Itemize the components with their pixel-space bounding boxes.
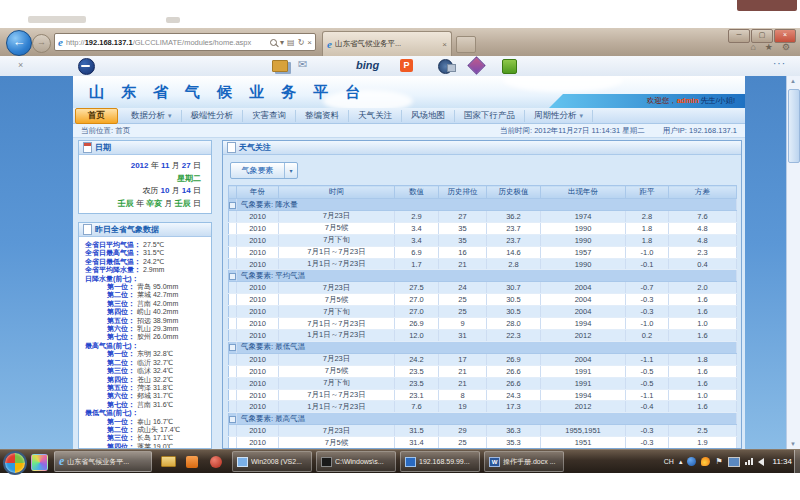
chevron-down-icon[interactable]: ▾ [284,163,297,178]
element-selector-button[interactable]: 气象要素 ▾ [230,162,298,179]
task-window-button[interactable]: 192.168.59.99... [400,451,480,472]
tray-monitor-icon[interactable] [728,457,740,467]
address-bar[interactable]: e http://192.168.137.1/GLCCLIMATE/module… [54,33,316,51]
puzzle-addon-icon[interactable] [502,59,517,74]
camera-icon[interactable] [438,59,453,74]
table-row[interactable]: 20101月1日～7月23日1.7212.81990-0.10.4 [229,258,737,270]
url-text[interactable]: http://192.168.137.1/GLCCLIMATE/modules/… [66,38,266,47]
nav-item[interactable]: 灾害查询 [243,110,296,122]
addon-icon[interactable] [78,58,95,75]
browser-tab[interactable]: e 山东省气候业务平... × [322,31,452,56]
scroll-thumb[interactable] [788,89,800,163]
tray-circle-icon[interactable] [687,457,696,466]
nav-item[interactable]: 国家下行产品 [455,110,525,122]
table-row[interactable]: 20107月下旬27.02530.52004-0.31.6 [229,306,737,318]
search-icon[interactable] [270,39,277,46]
show-desktop-button[interactable] [794,450,800,473]
table-row[interactable]: 20107月23日2.92736.219742.87.6 [229,211,737,223]
p-badge-icon[interactable]: P [400,59,413,72]
tray-language-indicator[interactable]: CH [664,458,674,465]
network-icon[interactable] [745,458,753,465]
folder-task-icon[interactable] [158,452,178,471]
group-row[interactable]: 气象要素: 最低气温 [229,341,737,353]
tray-hidden-icons-caret[interactable]: ▴ [679,458,683,466]
tools-gear-icon[interactable]: ⚙ [782,42,790,52]
table-row[interactable]: 20107月5候23.52126.61991-0.51.6 [229,365,737,377]
task-window-button[interactable]: C:\Windows\s... [316,451,396,472]
overflow-dots-icon[interactable]: ··· [773,58,786,69]
tray-clock[interactable]: 11:34 [773,457,792,466]
calendar-line: 壬辰 年 辛亥 月 壬辰 日 [79,198,201,211]
group-expand-cell[interactable] [229,199,237,211]
page-scrollbar[interactable]: ▲ ▼ [786,76,800,449]
forward-button[interactable]: → [32,34,51,53]
nav-item[interactable]: 数据分析▾ [122,110,182,122]
pinned-app-icon[interactable] [31,454,48,471]
table-row[interactable]: 20107月5候27.02530.52004-0.31.6 [229,294,737,306]
table-row[interactable]: 20107月5候3.43523.719901.84.8 [229,222,737,234]
orange-app-task-icon[interactable] [182,452,202,471]
group-expand-cell[interactable] [229,341,237,353]
table-row[interactable]: 20107月23日31.52936.31955,1951-0.32.5 [229,425,737,437]
scroll-down-icon[interactable]: ▼ [787,441,799,447]
favorites-star-icon[interactable]: ★ [765,42,773,52]
group-row[interactable]: 气象要素: 平均气温 [229,270,737,282]
bing-logo[interactable]: bing [356,59,379,71]
task-window-button[interactable]: Win2008 (VS2... [232,451,312,472]
group-expand-cell[interactable] [229,270,237,282]
new-tab-button[interactable] [456,36,476,53]
scroll-up-icon[interactable]: ▲ [787,78,799,84]
start-button[interactable] [3,451,27,475]
maximize-button[interactable]: ▢ [751,29,773,43]
nav-item[interactable]: 周期性分析▾ [525,110,593,122]
calendar-body: 2012 年 11 月 27 日星期二农历 10 月 14 日壬辰 年 辛亥 月… [79,155,211,210]
group-row[interactable]: 气象要素: 降水量 [229,199,737,211]
close-button[interactable]: × [774,29,796,43]
close-commandbar-icon[interactable]: × [18,60,23,70]
palette-icon[interactable] [467,56,485,74]
volume-icon[interactable] [758,458,764,466]
table-row[interactable]: 20107月1日～7月23日23.1824.31994-1.11.0 [229,389,737,401]
nav-item[interactable]: 风场地图 [402,110,455,122]
table-row[interactable]: 20107月23日27.52430.72004-0.72.0 [229,282,737,294]
tab-close-icon[interactable]: × [442,40,447,49]
nav-item[interactable]: 天气关注 [349,110,402,122]
minimize-button[interactable]: ─ [728,29,750,43]
table-row[interactable]: 20101月1日～7月23日7.61917.32012-0.41.6 [229,401,737,413]
expand-checkbox[interactable] [229,202,236,209]
refresh-icon[interactable]: ↻ [298,38,305,47]
nav-item[interactable]: 极端性分析 [182,110,244,122]
table-row[interactable]: 20107月下旬23.52126.61991-0.51.6 [229,377,737,389]
action-center-flag-icon[interactable]: ⚑ [715,457,722,466]
summary-line: 第二位：莱城 42.7mm [85,291,211,299]
table-row[interactable]: 20107月23日24.21726.92004-1.11.8 [229,353,737,365]
expand-checkbox[interactable] [229,344,236,351]
expand-checkbox[interactable] [229,416,236,423]
mail-icon[interactable]: ✉ [298,58,307,71]
table-row[interactable]: 20107月下旬3.43523.719901.84.8 [229,234,737,246]
welcome-suffix: 先生/小姐! [699,96,735,105]
titlebar-icons: ⌂ ★ ⚙ [750,42,790,52]
back-button[interactable]: ← [6,30,32,56]
table-row[interactable]: 20107月1日～7月23日26.9928.01994-1.01.0 [229,318,737,330]
table-row[interactable]: 20107月5候31.42535.31951-0.31.9 [229,437,737,449]
media-player-task-icon[interactable] [206,452,226,471]
expand-checkbox[interactable] [229,273,236,280]
nav-item[interactable]: 整编资料 [296,110,349,122]
table-cell: 2.8 [487,258,541,270]
task-window-button[interactable]: W操作手册.docx ... [484,451,564,472]
nav-item[interactable]: 首页 [75,108,118,124]
table-cell: 21 [439,258,487,270]
home-icon[interactable]: ⌂ [750,42,755,52]
group-row[interactable]: 气象要素: 最高气温 [229,413,737,425]
summary-value: 泰山 16.7℃ [137,418,173,426]
ie-task-button[interactable]: e 山东省气候业务平... [54,451,152,472]
stop-icon[interactable]: × [307,38,312,47]
group-expand-cell[interactable] [229,413,237,425]
chevron-down-icon[interactable]: ▾ [280,38,284,47]
table-row[interactable]: 20101月1日～7月23日12.03122.320120.21.6 [229,330,737,342]
compatibility-icon[interactable]: ▤ [287,38,295,47]
tray-flame-icon[interactable] [701,457,710,466]
cards-icon[interactable] [272,60,288,72]
table-row[interactable]: 20107月1日～7月23日6.91614.61957-1.02.3 [229,246,737,258]
